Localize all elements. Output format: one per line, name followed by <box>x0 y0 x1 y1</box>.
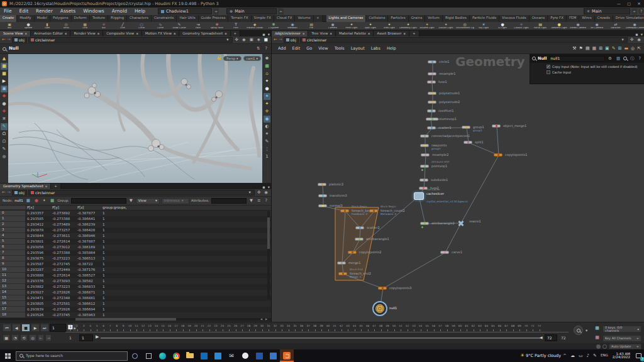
node-copytopoints2[interactable]: copytopoints2 <box>348 251 357 254</box>
back-icon[interactable]: ← <box>2 190 6 195</box>
camera-lock-icon[interactable] <box>218 57 221 60</box>
shelf-tab-deform[interactable]: Deform <box>72 15 90 22</box>
sheet-help-icon[interactable]: ? <box>264 199 269 203</box>
auto-update-button[interactable]: Auto Update÷ <box>609 344 641 349</box>
store-icon[interactable] <box>197 349 211 362</box>
node-split1[interactable]: split1 <box>464 141 472 144</box>
spreadsheet-body[interactable]: 00.293357-0.273892-0.387877110.293585-0.… <box>0 211 271 318</box>
menu-file[interactable]: File <box>0 9 16 14</box>
node-polyextrude2[interactable]: polyextrude2 <box>428 101 436 104</box>
table-row[interactable]: 100.293287-0.272449-0.3871761 <box>0 267 271 273</box>
display-option-icon-9[interactable]: ◐ <box>264 123 270 130</box>
character-picker-icon[interactable]: ◈ <box>256 38 262 42</box>
shelf-tab-drive-simulation[interactable]: Drive Simulation <box>613 15 644 22</box>
node-pointvop1[interactable]: pointvop1Attribute VOP <box>420 165 429 168</box>
node-scatter1[interactable]: scatter1 <box>427 126 436 129</box>
vertices-mode-icon[interactable]: ● <box>33 199 40 203</box>
shelf-tab-guide-process[interactable]: Guide Process <box>199 15 229 22</box>
chrome-icon[interactable] <box>169 349 183 362</box>
node-copytopoints1[interactable]: copytopoints1 <box>494 153 502 156</box>
intrinsics-dropdown[interactable]: Intrinsics▾ <box>162 198 189 204</box>
menu-arnold[interactable]: Arnold <box>108 9 131 14</box>
shelf-tab-terrain-fx[interactable]: Terrain FX <box>228 15 251 22</box>
node-path-field[interactable]: circleinner▾ <box>300 37 628 43</box>
table-row[interactable]: 150.293471-0.272348-0.3868811 <box>0 295 271 301</box>
group-filter-icon[interactable]: ▼ <box>128 199 134 203</box>
pane-options-icon[interactable]: ▪ <box>261 185 266 190</box>
network-menu-tools[interactable]: Tools <box>331 47 348 51</box>
tab-composite-view[interactable]: Composite View▪ <box>103 31 142 36</box>
message-log-icon[interactable] <box>596 344 601 349</box>
range-end-field[interactable]: 72 <box>545 334 557 341</box>
channels-icon[interactable]: ▥ <box>615 57 621 61</box>
shelf-tab-create[interactable]: Create <box>0 15 17 22</box>
shelf-tool-vr-camera[interactable]: ◉VR Camera <box>587 22 606 30</box>
update-cycle-icon[interactable] <box>602 344 607 349</box>
zoom-icon[interactable] <box>623 57 627 60</box>
network-menu-layout[interactable]: Layout <box>348 47 368 51</box>
shelf-tool-volume-light[interactable]: ✦Volume Light <box>418 22 436 30</box>
playhead-field[interactable]: 1 <box>79 334 93 341</box>
cortana-icon[interactable] <box>128 349 142 362</box>
tab-[interactable]: + <box>51 184 61 189</box>
tab-close-icon[interactable]: ▪ <box>303 32 304 35</box>
node-object-merge1[interactable]: object_merge1 <box>492 124 501 128</box>
node-transform3[interactable]: transform3 <box>318 194 327 197</box>
shelf-tab-characters[interactable]: Characters <box>127 15 152 22</box>
network-canvas[interactable]: Geometry circle1resample1fuse1polyextrud… <box>272 54 644 324</box>
table-row[interactable]: 80.293875-0.273223-0.3865131 <box>0 256 271 261</box>
wrench-screwdriver-icon[interactable]: ⚒ <box>572 47 576 51</box>
taskbar-search-input[interactable]: Type here to search <box>16 351 128 361</box>
op-help-icon[interactable]: ? <box>264 47 269 51</box>
table-row[interactable]: 60.293056-0.273012-0.3861691 <box>0 244 271 250</box>
global-anim-options-icon[interactable]: ▦ <box>3 334 10 341</box>
shelf-tab-viscous-fluids[interactable]: Viscous Fluids <box>499 15 530 22</box>
shelf-tool-draw-curve[interactable]: ✎Draw Curve <box>170 22 189 30</box>
node-path-field[interactable]: circleinner▾ <box>28 190 255 195</box>
tab-close-icon[interactable]: ▪ <box>404 32 406 35</box>
display-option-icon-6[interactable]: ✦ <box>264 101 270 107</box>
shelf-tool-gi-light[interactable]: ●GI Light <box>493 22 512 30</box>
viewport-tool-icon-4[interactable]: ▣ <box>1 85 8 92</box>
path-dropdown-icon[interactable]: ▾ <box>621 38 625 42</box>
shelf-tool-environment-light[interactable]: ◎Environment Light <box>455 22 474 30</box>
node-volumevop1[interactable]: volumevop1 <box>426 118 438 121</box>
tab-close-icon[interactable]: ▪ <box>25 32 27 35</box>
scoped-channels-icon[interactable]: ▦ <box>594 334 601 341</box>
node-circle1[interactable]: circle1 <box>428 60 436 63</box>
shelf-tool-sphere[interactable]: ●Sphere <box>19 22 38 30</box>
forward-icon[interactable]: → <box>7 38 11 42</box>
tab-animation-editor[interactable]: Animation Editor▪ <box>31 31 70 36</box>
notification-center-icon[interactable]: 2 <box>633 349 644 362</box>
node-copytopoints3[interactable]: copytopoints3 <box>378 287 387 290</box>
back-icon[interactable]: ← <box>274 38 277 42</box>
audio-icon[interactable]: ◔ <box>11 334 19 341</box>
node-attribwrangle1[interactable]: attribwrangle1 <box>355 238 364 241</box>
display-option-icon-10[interactable]: ✴ <box>264 131 270 138</box>
shelf-tab-hair-utils[interactable]: Hair Utils <box>177 15 198 22</box>
start-button[interactable] <box>5 353 11 359</box>
viewport-tool-icon-13[interactable]: ● <box>1 153 8 160</box>
houdini-taskbar-icon[interactable] <box>280 349 294 362</box>
file-explorer-icon[interactable] <box>183 349 197 362</box>
shelf-tool-spot-light[interactable]: ✦Spot Light <box>361 22 380 30</box>
context-chip[interactable]: obj <box>12 190 27 195</box>
language-indicator[interactable]: ENG <box>599 354 610 358</box>
shelf-tab-simple-fx[interactable]: Simple FX <box>252 15 274 22</box>
shelf-tool-l-system[interactable]: ❋L-System <box>264 22 283 30</box>
table-row[interactable]: 120.293376-0.273093-0.385821 <box>0 278 271 284</box>
column-header-index[interactable] <box>0 206 25 210</box>
shelf-tab-particles[interactable]: Particles <box>388 15 408 22</box>
table-row[interactable]: 00.293357-0.273892-0.3878771 <box>0 211 271 216</box>
shelf-tool-geometry-light[interactable]: ✦Geometry Light <box>399 22 418 30</box>
range-start-icon[interactable]: ⇤ <box>38 334 44 341</box>
take-split-button[interactable]: ÷ <box>278 8 284 14</box>
key-all-channels-button[interactable]: Key All Channels÷ <box>602 335 641 342</box>
list-icon[interactable]: ▤ <box>586 47 590 51</box>
forward-icon[interactable]: → <box>279 38 282 42</box>
param-help-icon[interactable]: ? <box>638 57 642 61</box>
display-option-icon-7[interactable]: ✛ <box>264 108 270 115</box>
shelf-tab-polygons[interactable]: Polygons <box>50 15 71 22</box>
menu-help[interactable]: Help <box>131 9 149 14</box>
column-header-p-x[interactable]: P[x] <box>25 206 50 210</box>
